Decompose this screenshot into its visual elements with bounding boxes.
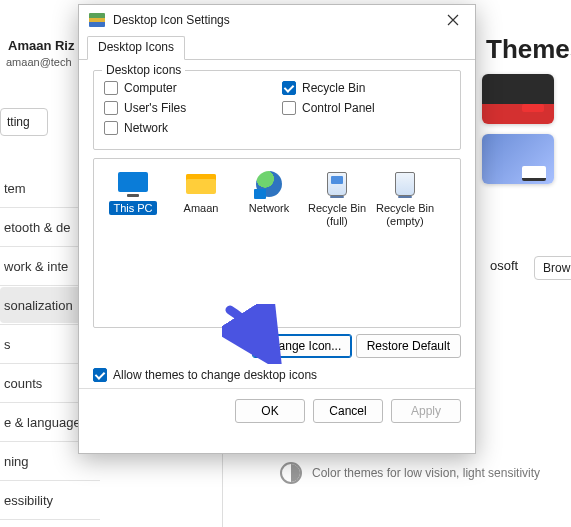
close-icon bbox=[447, 14, 459, 26]
checkbox-icon bbox=[282, 101, 296, 115]
contrast-description: Color themes for low vision, light sensi… bbox=[312, 466, 540, 480]
change-icon-button[interactable]: Change Icon... bbox=[252, 334, 352, 358]
icon-label: Network bbox=[237, 202, 301, 215]
icon-item-rb-empty[interactable]: Recycle Bin (empty) bbox=[372, 167, 438, 229]
cancel-button[interactable]: Cancel bbox=[313, 399, 383, 423]
bin-empty-icon bbox=[388, 169, 422, 199]
theme-cards bbox=[482, 74, 562, 194]
checkbox-control-panel[interactable]: Control Panel bbox=[282, 101, 450, 115]
tab-desktop-icons[interactable]: Desktop Icons bbox=[87, 36, 185, 60]
checkbox-icon bbox=[93, 368, 107, 382]
icon-item-rb-full[interactable]: Recycle Bin (full) bbox=[304, 167, 370, 229]
page-title: Themes bbox=[486, 34, 571, 65]
bin-full-icon bbox=[320, 169, 354, 199]
icon-label: Recycle Bin (empty) bbox=[373, 202, 437, 227]
browse-themes-button[interactable]: Brow bbox=[534, 256, 571, 280]
search-input[interactable]: tting bbox=[0, 108, 48, 136]
checkbox-network[interactable]: Network bbox=[104, 121, 272, 135]
restore-default-button[interactable]: Restore Default bbox=[356, 334, 461, 358]
icon-preview-list[interactable]: This PCAmaanNetworkRecycle Bin (full)Rec… bbox=[93, 158, 461, 328]
theme-card-light-blue[interactable] bbox=[482, 134, 554, 184]
checkbox-icon bbox=[282, 81, 296, 95]
checkbox-icon bbox=[104, 101, 118, 115]
netglobe-icon bbox=[252, 169, 286, 199]
account-email: amaan@tech bbox=[6, 56, 72, 68]
allow-themes-checkbox[interactable]: Allow themes to change desktop icons bbox=[93, 368, 461, 382]
microsoft-store-label-partial: osoft bbox=[490, 258, 518, 273]
folder-icon bbox=[184, 169, 218, 199]
close-button[interactable] bbox=[441, 8, 465, 32]
search-text-partial: tting bbox=[7, 115, 30, 129]
checkbox-label: Recycle Bin bbox=[302, 81, 365, 95]
checkbox-label: Computer bbox=[124, 81, 177, 95]
account-name: Amaan Riz bbox=[8, 38, 74, 53]
theme-card-dark-red[interactable] bbox=[482, 74, 554, 124]
dialog-tabs: Desktop Icons bbox=[79, 35, 475, 60]
dialog-titlebar[interactable]: Desktop Icon Settings bbox=[79, 5, 475, 35]
group-label: Desktop icons bbox=[102, 63, 185, 77]
icon-item-this-pc[interactable]: This PC bbox=[100, 167, 166, 229]
icon-buttons-row: Change Icon... Restore Default bbox=[93, 334, 461, 358]
personalization-icon bbox=[89, 13, 105, 27]
dialog-title: Desktop Icon Settings bbox=[113, 13, 230, 27]
icon-label: Recycle Bin (full) bbox=[305, 202, 369, 227]
icon-label: This PC bbox=[101, 202, 165, 215]
checkbox-computer[interactable]: Computer bbox=[104, 81, 272, 95]
checkbox-label: Allow themes to change desktop icons bbox=[113, 368, 317, 382]
dialog-footer: OK Cancel Apply bbox=[79, 388, 475, 433]
desktop-icons-group: Desktop icons Computer User's Files Netw… bbox=[93, 70, 461, 150]
contrast-icon bbox=[280, 462, 302, 484]
icon-item-amaan[interactable]: Amaan bbox=[168, 167, 234, 229]
checkbox-label: Network bbox=[124, 121, 168, 135]
checkbox-label: User's Files bbox=[124, 101, 186, 115]
monitor-icon bbox=[116, 169, 150, 199]
checkbox-icon bbox=[104, 81, 118, 95]
desktop-icon-settings-dialog: Desktop Icon Settings Desktop Icons Desk… bbox=[78, 4, 476, 454]
contrast-themes-row[interactable]: Color themes for low vision, light sensi… bbox=[280, 462, 540, 484]
divider bbox=[222, 450, 223, 527]
apply-button[interactable]: Apply bbox=[391, 399, 461, 423]
checkbox-label: Control Panel bbox=[302, 101, 375, 115]
sidebar-item[interactable]: essibility bbox=[0, 482, 100, 518]
icon-label: Amaan bbox=[169, 202, 233, 215]
checkbox-users-files[interactable]: User's Files bbox=[104, 101, 272, 115]
icon-item-network[interactable]: Network bbox=[236, 167, 302, 229]
ok-button[interactable]: OK bbox=[235, 399, 305, 423]
checkbox-recycle-bin[interactable]: Recycle Bin bbox=[282, 81, 450, 95]
checkbox-icon bbox=[104, 121, 118, 135]
